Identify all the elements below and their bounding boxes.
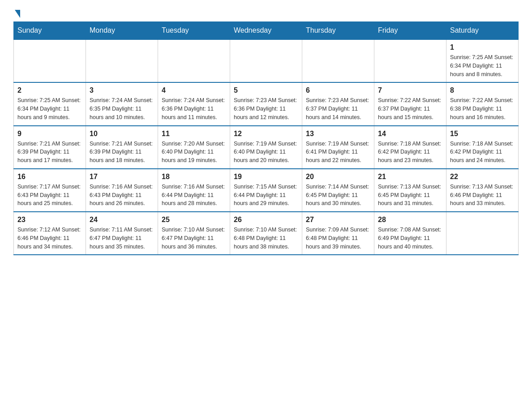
day-number: 27 xyxy=(306,216,370,224)
day-number: 21 xyxy=(378,173,442,181)
day-info: Sunrise: 7:20 AM Sunset: 6:40 PM Dayligh… xyxy=(162,140,226,165)
day-info: Sunrise: 7:16 AM Sunset: 6:44 PM Dayligh… xyxy=(162,183,226,208)
day-number: 2 xyxy=(17,86,82,94)
calendar-cell xyxy=(302,39,374,82)
day-info: Sunrise: 7:18 AM Sunset: 6:42 PM Dayligh… xyxy=(450,140,515,165)
day-number: 13 xyxy=(306,130,370,138)
day-number: 6 xyxy=(306,86,370,94)
calendar-cell: 19Sunrise: 7:15 AM Sunset: 6:44 PM Dayli… xyxy=(230,169,302,212)
calendar-week-row: 1Sunrise: 7:25 AM Sunset: 6:34 PM Daylig… xyxy=(14,39,519,82)
calendar-cell: 5Sunrise: 7:23 AM Sunset: 6:36 PM Daylig… xyxy=(230,82,302,125)
day-info: Sunrise: 7:23 AM Sunset: 6:36 PM Dayligh… xyxy=(234,96,298,121)
day-number: 15 xyxy=(450,130,515,138)
calendar-table: SundayMondayTuesdayWednesdayThursdayFrid… xyxy=(13,21,519,255)
day-info: Sunrise: 7:13 AM Sunset: 6:46 PM Dayligh… xyxy=(450,183,515,208)
calendar-cell: 15Sunrise: 7:18 AM Sunset: 6:42 PM Dayli… xyxy=(446,126,519,169)
calendar-cell: 6Sunrise: 7:23 AM Sunset: 6:37 PM Daylig… xyxy=(302,82,374,125)
day-number: 23 xyxy=(17,216,82,224)
calendar-cell: 2Sunrise: 7:25 AM Sunset: 6:34 PM Daylig… xyxy=(14,82,86,125)
day-number: 17 xyxy=(90,173,154,181)
day-number: 28 xyxy=(378,216,442,224)
day-number: 19 xyxy=(234,173,298,181)
day-info: Sunrise: 7:14 AM Sunset: 6:45 PM Dayligh… xyxy=(306,183,370,208)
calendar-cell: 1Sunrise: 7:25 AM Sunset: 6:34 PM Daylig… xyxy=(446,39,519,82)
calendar-header-tuesday: Tuesday xyxy=(158,22,230,40)
day-info: Sunrise: 7:24 AM Sunset: 6:36 PM Dayligh… xyxy=(162,96,226,121)
calendar-cell xyxy=(446,212,519,255)
calendar-week-row: 9Sunrise: 7:21 AM Sunset: 6:39 PM Daylig… xyxy=(14,126,519,169)
day-number: 12 xyxy=(234,130,298,138)
calendar-cell: 23Sunrise: 7:12 AM Sunset: 6:46 PM Dayli… xyxy=(14,212,86,255)
day-number: 4 xyxy=(162,86,226,94)
day-number: 7 xyxy=(378,86,442,94)
page-header xyxy=(13,9,519,17)
day-number: 16 xyxy=(17,173,82,181)
calendar-cell xyxy=(158,39,230,82)
calendar-cell: 26Sunrise: 7:10 AM Sunset: 6:48 PM Dayli… xyxy=(230,212,302,255)
day-number: 1 xyxy=(450,43,515,51)
day-info: Sunrise: 7:16 AM Sunset: 6:43 PM Dayligh… xyxy=(90,183,154,208)
calendar-cell: 28Sunrise: 7:08 AM Sunset: 6:49 PM Dayli… xyxy=(374,212,446,255)
day-info: Sunrise: 7:25 AM Sunset: 6:34 PM Dayligh… xyxy=(17,96,82,121)
calendar-cell: 3Sunrise: 7:24 AM Sunset: 6:35 PM Daylig… xyxy=(86,82,158,125)
day-number: 3 xyxy=(90,86,154,94)
day-info: Sunrise: 7:08 AM Sunset: 6:49 PM Dayligh… xyxy=(378,226,442,251)
day-info: Sunrise: 7:11 AM Sunset: 6:47 PM Dayligh… xyxy=(90,226,154,251)
calendar-cell: 14Sunrise: 7:18 AM Sunset: 6:42 PM Dayli… xyxy=(374,126,446,169)
calendar-week-row: 23Sunrise: 7:12 AM Sunset: 6:46 PM Dayli… xyxy=(14,212,519,255)
calendar-cell: 9Sunrise: 7:21 AM Sunset: 6:39 PM Daylig… xyxy=(14,126,86,169)
calendar-week-row: 2Sunrise: 7:25 AM Sunset: 6:34 PM Daylig… xyxy=(14,82,519,125)
calendar-cell: 10Sunrise: 7:21 AM Sunset: 6:39 PM Dayli… xyxy=(86,126,158,169)
day-info: Sunrise: 7:12 AM Sunset: 6:46 PM Dayligh… xyxy=(17,226,82,251)
day-number: 9 xyxy=(17,130,82,138)
calendar-cell xyxy=(374,39,446,82)
calendar-cell: 21Sunrise: 7:13 AM Sunset: 6:45 PM Dayli… xyxy=(374,169,446,212)
calendar-cell: 11Sunrise: 7:20 AM Sunset: 6:40 PM Dayli… xyxy=(158,126,230,169)
day-number: 24 xyxy=(90,216,154,224)
day-number: 25 xyxy=(162,216,226,224)
logo-arrow-icon xyxy=(15,10,20,18)
calendar-cell xyxy=(14,39,86,82)
day-info: Sunrise: 7:19 AM Sunset: 6:41 PM Dayligh… xyxy=(306,140,370,165)
day-number: 18 xyxy=(162,173,226,181)
day-info: Sunrise: 7:24 AM Sunset: 6:35 PM Dayligh… xyxy=(90,96,154,121)
day-info: Sunrise: 7:23 AM Sunset: 6:37 PM Dayligh… xyxy=(306,96,370,121)
day-number: 8 xyxy=(450,86,515,94)
calendar-header-wednesday: Wednesday xyxy=(230,22,302,40)
day-info: Sunrise: 7:19 AM Sunset: 6:40 PM Dayligh… xyxy=(234,140,298,165)
day-info: Sunrise: 7:17 AM Sunset: 6:43 PM Dayligh… xyxy=(17,183,82,208)
calendar-cell: 18Sunrise: 7:16 AM Sunset: 6:44 PM Dayli… xyxy=(158,169,230,212)
calendar-header-monday: Monday xyxy=(86,22,158,40)
calendar-cell: 12Sunrise: 7:19 AM Sunset: 6:40 PM Dayli… xyxy=(230,126,302,169)
calendar-week-row: 16Sunrise: 7:17 AM Sunset: 6:43 PM Dayli… xyxy=(14,169,519,212)
calendar-cell: 13Sunrise: 7:19 AM Sunset: 6:41 PM Dayli… xyxy=(302,126,374,169)
calendar-cell xyxy=(86,39,158,82)
calendar-cell: 20Sunrise: 7:14 AM Sunset: 6:45 PM Dayli… xyxy=(302,169,374,212)
calendar-header-friday: Friday xyxy=(374,22,446,40)
day-number: 11 xyxy=(162,130,226,138)
calendar-cell: 4Sunrise: 7:24 AM Sunset: 6:36 PM Daylig… xyxy=(158,82,230,125)
day-info: Sunrise: 7:21 AM Sunset: 6:39 PM Dayligh… xyxy=(17,140,82,165)
day-info: Sunrise: 7:21 AM Sunset: 6:39 PM Dayligh… xyxy=(90,140,154,165)
calendar-cell: 24Sunrise: 7:11 AM Sunset: 6:47 PM Dayli… xyxy=(86,212,158,255)
calendar-cell: 27Sunrise: 7:09 AM Sunset: 6:48 PM Dayli… xyxy=(302,212,374,255)
day-info: Sunrise: 7:13 AM Sunset: 6:45 PM Dayligh… xyxy=(378,183,442,208)
day-info: Sunrise: 7:10 AM Sunset: 6:47 PM Dayligh… xyxy=(162,226,226,251)
day-info: Sunrise: 7:25 AM Sunset: 6:34 PM Dayligh… xyxy=(450,53,515,78)
calendar-cell: 22Sunrise: 7:13 AM Sunset: 6:46 PM Dayli… xyxy=(446,169,519,212)
day-number: 5 xyxy=(234,86,298,94)
calendar-cell: 8Sunrise: 7:22 AM Sunset: 6:38 PM Daylig… xyxy=(446,82,519,125)
day-number: 22 xyxy=(450,173,515,181)
calendar-header-sunday: Sunday xyxy=(14,22,86,40)
calendar-cell: 25Sunrise: 7:10 AM Sunset: 6:47 PM Dayli… xyxy=(158,212,230,255)
day-info: Sunrise: 7:22 AM Sunset: 6:37 PM Dayligh… xyxy=(378,96,442,121)
day-info: Sunrise: 7:15 AM Sunset: 6:44 PM Dayligh… xyxy=(234,183,298,208)
day-info: Sunrise: 7:09 AM Sunset: 6:48 PM Dayligh… xyxy=(306,226,370,251)
calendar-cell: 17Sunrise: 7:16 AM Sunset: 6:43 PM Dayli… xyxy=(86,169,158,212)
calendar-cell: 16Sunrise: 7:17 AM Sunset: 6:43 PM Dayli… xyxy=(14,169,86,212)
logo xyxy=(13,9,20,17)
day-number: 20 xyxy=(306,173,370,181)
calendar-cell xyxy=(230,39,302,82)
day-info: Sunrise: 7:22 AM Sunset: 6:38 PM Dayligh… xyxy=(450,96,515,121)
day-number: 26 xyxy=(234,216,298,224)
